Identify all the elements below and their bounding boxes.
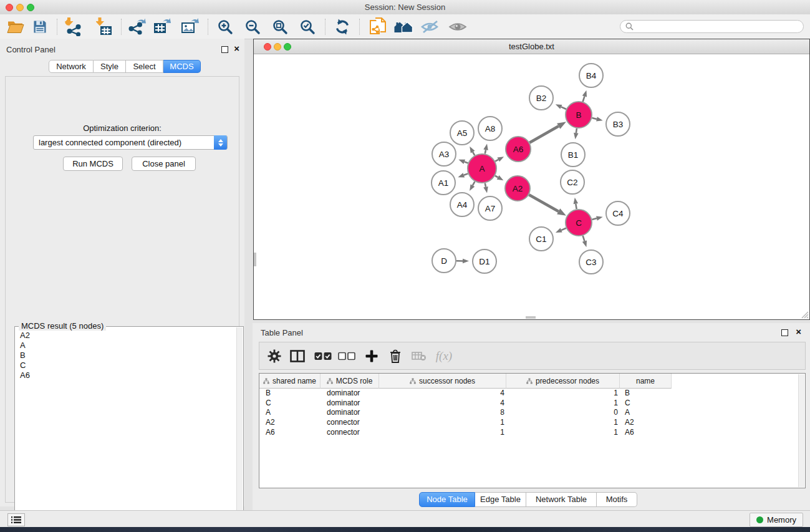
column-header-successor-nodes[interactable]: successor nodes [379, 374, 506, 389]
export-network-icon[interactable] [128, 18, 146, 36]
table-cell[interactable]: B [620, 389, 672, 399]
table-row[interactable]: Bdominator41B [259, 389, 805, 399]
select-all-icon[interactable] [314, 352, 332, 360]
result-scrollbar[interactable] [236, 327, 243, 532]
column-pane-icon[interactable] [290, 350, 305, 362]
delete-column-icon[interactable] [390, 349, 401, 363]
table-cell[interactable]: dominator [321, 408, 379, 418]
tab-style[interactable]: Style [94, 60, 126, 73]
graph-edge-C-C4[interactable] [592, 218, 597, 220]
graph-edge-A-A1[interactable] [464, 173, 468, 175]
table-cell[interactable]: A2 [259, 418, 321, 428]
task-history-button[interactable] [7, 513, 25, 526]
add-column-icon[interactable] [365, 349, 378, 362]
hide-details-icon[interactable] [420, 19, 440, 34]
table-cell[interactable]: A6 [620, 428, 672, 438]
graph-edge-C-C2[interactable] [576, 204, 576, 210]
graph-edge-A-A4[interactable] [473, 181, 475, 185]
close-table-panel-icon[interactable]: × [796, 328, 801, 336]
table-cell[interactable]: C [620, 399, 672, 409]
home-networks-icon[interactable] [393, 19, 414, 34]
table-cell[interactable]: 8 [379, 408, 506, 418]
tab-node-table[interactable]: Node Table [419, 492, 475, 507]
table-cell[interactable]: C [259, 399, 321, 409]
graph-edge-A-A5[interactable] [473, 152, 475, 156]
table-row[interactable]: Adominator80A [259, 408, 805, 418]
mcds-result-item[interactable]: B [16, 351, 237, 360]
tab-network[interactable]: Network [49, 60, 94, 73]
mcds-result-item[interactable]: A6 [16, 370, 237, 380]
graph-edge-A2-C[interactable] [529, 195, 558, 211]
open-file-icon[interactable] [7, 19, 24, 34]
graph-edge-C-C3[interactable] [583, 236, 585, 241]
table-cell[interactable]: B [259, 389, 321, 399]
table-cell[interactable]: 1 [506, 428, 620, 438]
export-table-icon[interactable] [153, 18, 171, 36]
graph-edge-B-B1[interactable] [576, 128, 577, 133]
table-scrollbar[interactable] [798, 374, 804, 487]
tab-select[interactable]: Select [126, 60, 163, 73]
mcds-result-list[interactable]: A2ABCA6 [16, 331, 237, 532]
graph-edge-A-A8[interactable] [485, 150, 486, 153]
table-cell[interactable]: 1 [506, 389, 620, 399]
run-mcds-button[interactable]: Run MCDS [63, 157, 123, 171]
table-cell[interactable]: 0 [506, 408, 620, 418]
table-row[interactable]: A6connector11A6 [259, 428, 805, 438]
column-header-predecessor-nodes[interactable]: predecessor nodes [506, 374, 620, 389]
canvas-vscroll-nub[interactable] [254, 253, 256, 266]
graph-edge-B-B2[interactable] [561, 107, 566, 109]
table-cell[interactable]: A [259, 408, 321, 418]
graph-edge-B-B3[interactable] [592, 118, 597, 119]
resize-grip-icon[interactable] [800, 310, 809, 319]
save-session-icon[interactable] [33, 19, 47, 34]
table-cell[interactable]: A6 [259, 428, 321, 438]
zoom-selected-icon[interactable] [299, 19, 316, 35]
table-cell[interactable]: A [620, 408, 672, 418]
float-panel-icon[interactable] [221, 46, 228, 53]
column-header-shared-name[interactable]: shared name [259, 374, 321, 389]
table-cell[interactable]: connector [321, 428, 379, 438]
graph-edge-A-A7[interactable] [485, 183, 486, 187]
tab-edge-table[interactable]: Edge Table [475, 492, 526, 507]
graph-edge-C-C1[interactable] [561, 228, 566, 230]
zoom-in-icon[interactable] [217, 19, 233, 35]
export-image-icon[interactable] [181, 18, 200, 36]
show-details-icon[interactable] [448, 20, 467, 34]
table-cell[interactable]: dominator [321, 389, 379, 399]
zoom-fit-icon[interactable] [272, 19, 288, 35]
close-panel-icon[interactable]: × [234, 45, 239, 52]
node-table[interactable]: shared nameMCDS rolesuccessor nodesprede… [259, 373, 806, 488]
tab-network-table[interactable]: Network Table [526, 492, 597, 507]
column-header-MCDS-role[interactable]: MCDS role [321, 374, 379, 389]
network-file-icon[interactable] [369, 17, 387, 36]
tab-motifs[interactable]: Motifs [597, 492, 637, 507]
zoom-out-icon[interactable] [244, 19, 261, 35]
table-cell[interactable]: connector [321, 418, 379, 428]
mcds-result-item[interactable]: A2 [16, 331, 237, 341]
table-cell[interactable]: 1 [506, 418, 620, 428]
graph-edge-B-B4[interactable] [583, 96, 585, 102]
memory-button[interactable]: Memory [750, 513, 803, 527]
canvas-hscroll-nub[interactable] [526, 316, 536, 319]
mcds-result-item[interactable]: C [16, 360, 237, 370]
deselect-all-icon[interactable] [338, 352, 355, 360]
float-table-panel-icon[interactable] [781, 329, 788, 336]
tab-mcds[interactable]: MCDS [163, 60, 201, 73]
criterion-select[interactable]: largest connected component (directed) [33, 135, 228, 150]
table-cell[interactable]: 1 [379, 418, 506, 428]
mcds-result-item[interactable]: A [16, 341, 237, 351]
close-panel-button[interactable]: Close panel [132, 157, 196, 171]
refresh-layout-icon[interactable] [334, 19, 350, 35]
import-network-icon[interactable] [65, 17, 82, 36]
search-input[interactable] [637, 22, 795, 32]
graph-edge-A-A3[interactable] [465, 162, 468, 163]
graph-edge-A-A6[interactable] [495, 160, 498, 162]
column-header-name[interactable]: name [620, 374, 672, 389]
graph-edge-A6-B[interactable] [529, 126, 559, 142]
table-cell[interactable]: 4 [379, 399, 506, 409]
graph-edge-A-A2[interactable] [495, 176, 498, 178]
import-table-icon[interactable] [96, 17, 112, 36]
table-cell[interactable]: 1 [506, 399, 620, 409]
table-mode-gear-icon[interactable] [268, 349, 281, 363]
table-cell[interactable]: A2 [620, 418, 672, 428]
